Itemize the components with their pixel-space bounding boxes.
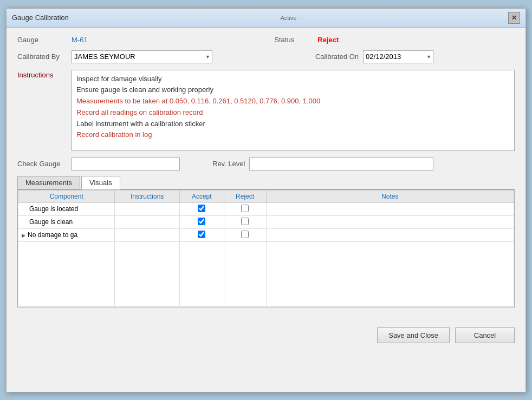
row3-notes (266, 228, 514, 241)
instruction-line-5: Label instrument with a calibration stic… (76, 119, 510, 130)
col-header-reject: Reject (224, 190, 266, 202)
instructions-label: Instructions (17, 70, 72, 79)
instruction-line-3: Measurements to be taken at 0.050, 0.116… (76, 96, 510, 107)
save-and-close-button[interactable]: Save and Close (377, 327, 450, 343)
instruction-line-4: Record all readings on calibration recor… (76, 107, 510, 119)
gauge-value: M-61 (72, 36, 88, 44)
calibrated-by-wrapper: JAMES SEYMOUR (72, 50, 212, 63)
row1-component: Gauge is located (18, 202, 115, 215)
dialog-title: Gauge Calibration (12, 14, 69, 22)
title-bar: Gauge Calibration Active ✕ (7, 9, 525, 28)
check-gauge-input[interactable] (72, 158, 180, 171)
check-gauge-row: Check Gauge Rev. Level (17, 158, 515, 171)
instructions-row: Instructions Inspect for damage visually… (17, 70, 515, 151)
col-header-notes: Notes (266, 190, 514, 202)
rev-level-label: Rev. Level (212, 160, 245, 168)
row3-accept[interactable] (179, 228, 224, 241)
close-button[interactable]: ✕ (508, 12, 520, 24)
col-header-instructions: Instructions (115, 190, 179, 202)
calibrated-by-label: Calibrated By (17, 53, 72, 61)
calibrated-on-section: Calibrated On 02/12/2013 (315, 50, 433, 63)
visuals-table-container: Component Instructions Accept Reject Not… (17, 189, 515, 307)
tab-measurements[interactable]: Measurements (17, 176, 80, 189)
tabs: Measurements Visuals (17, 176, 515, 189)
row1-reject-checkbox[interactable] (241, 205, 249, 212)
row1-accept-checkbox[interactable] (198, 205, 205, 212)
row2-notes (266, 215, 514, 228)
row3-instructions (115, 228, 179, 241)
dialog-body: Gauge M-61 Status Reject Calibrated By J… (7, 28, 525, 316)
row2-accept[interactable] (179, 215, 224, 228)
status-label: Status (274, 36, 317, 44)
row3-reject[interactable] (224, 228, 266, 241)
col-header-component: Component (18, 190, 115, 202)
status-value: Reject (317, 36, 339, 44)
gauge-calibration-dialog: Gauge Calibration Active ✕ Gauge M-61 St… (6, 8, 526, 392)
gauge-label: Gauge (17, 36, 72, 44)
row3-reject-checkbox[interactable] (241, 231, 249, 238)
row1-notes (266, 202, 514, 215)
instructions-box: Inspect for damage visually Ensure gauge… (72, 70, 515, 151)
table-row: No damage to ga (18, 228, 514, 241)
row2-accept-checkbox[interactable] (198, 218, 205, 225)
dialog-footer: Save and Close Cancel (7, 321, 525, 350)
row2-reject-checkbox[interactable] (241, 218, 249, 225)
table-row: Gauge is located (18, 202, 514, 215)
visuals-table: Component Instructions Accept Reject Not… (18, 190, 514, 307)
calibrated-by-select[interactable]: JAMES SEYMOUR (72, 50, 212, 63)
calibrated-by-row: Calibrated By JAMES SEYMOUR Calibrated O… (17, 50, 515, 63)
table-row: Gauge is clean (18, 215, 514, 228)
row3-accept-checkbox[interactable] (198, 231, 205, 238)
check-gauge-label: Check Gauge (17, 160, 72, 168)
tab-visuals[interactable]: Visuals (81, 176, 120, 189)
table-header-row: Component Instructions Accept Reject Not… (18, 190, 514, 202)
instruction-line-1: Inspect for damage visually (76, 74, 510, 85)
row2-reject[interactable] (224, 215, 266, 228)
row1-accept[interactable] (179, 202, 224, 215)
row2-component: Gauge is clean (18, 215, 115, 228)
window-status: Active (280, 15, 296, 21)
empty-row (18, 241, 514, 306)
row3-component: No damage to ga (18, 228, 115, 241)
date-wrapper: 02/12/2013 (363, 50, 433, 63)
col-header-accept: Accept (179, 190, 224, 202)
row1-instructions (115, 202, 179, 215)
calibrated-on-label: Calibrated On (315, 53, 359, 61)
calibrated-on-input[interactable]: 02/12/2013 (363, 50, 433, 63)
row2-instructions (115, 215, 179, 228)
instruction-line-6: Record calibration in log (76, 129, 510, 141)
rev-level-section: Rev. Level (212, 158, 433, 171)
cancel-button[interactable]: Cancel (455, 327, 515, 343)
instruction-line-2: Ensure gauge is clean and working proper… (76, 84, 510, 96)
row1-reject[interactable] (224, 202, 266, 215)
gauge-row: Gauge M-61 Status Reject (17, 36, 515, 44)
rev-level-input[interactable] (249, 158, 433, 171)
